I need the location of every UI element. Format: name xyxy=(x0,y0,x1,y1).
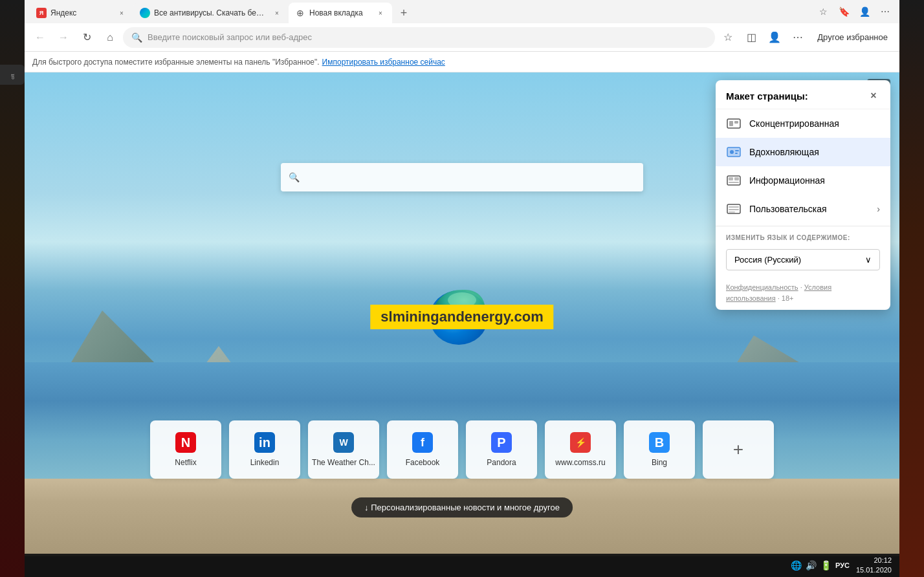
taskbar-time: 20:12 15.01.2020 xyxy=(856,556,892,576)
desktop-left-strip: olt xyxy=(0,0,25,577)
custom-arrow-icon: › xyxy=(877,204,880,214)
weather-icon: W xyxy=(333,432,354,453)
settings-panel-title: Макет страницы: xyxy=(726,91,808,102)
settings-divider xyxy=(716,226,890,226)
favorites-bar-text: Для быстрого доступа поместите избранные… xyxy=(32,58,320,67)
search-icon: 🔍 xyxy=(289,172,300,182)
back-button[interactable]: ← xyxy=(30,27,50,48)
svg-rect-12 xyxy=(734,177,739,180)
language-dropdown[interactable]: Россия (Русский) ∨ xyxy=(726,249,880,270)
quick-link-comss[interactable]: ⚡ www.comss.ru xyxy=(545,420,616,479)
address-search-icon: 🔍 xyxy=(131,32,142,43)
address-bar[interactable]: 🔍 Введите поисковый запрос или веб-адрес xyxy=(123,27,715,48)
toolbar-star[interactable]: ☆ xyxy=(718,27,738,48)
tab-newtab-title: Новая вкладка xyxy=(309,8,371,17)
language-indicator: РУС xyxy=(835,561,850,569)
quick-link-weather[interactable]: W The Weather Ch... xyxy=(308,420,379,479)
svg-rect-3 xyxy=(729,121,733,126)
settings-footer: Конфиденциальность · Условия использован… xyxy=(716,276,890,310)
layout-inspiring[interactable]: Вдохновляющая xyxy=(716,138,890,166)
tab-bar-menu[interactable]: ⋯ xyxy=(876,3,894,21)
custom-label: Пользовательская xyxy=(749,204,827,214)
forward-button[interactable]: → xyxy=(53,27,74,48)
desktop-right-strip xyxy=(899,0,924,577)
netflix-icon: N xyxy=(175,432,196,453)
tab-bar-star[interactable]: ☆ xyxy=(814,3,832,21)
toolbar-right: ☆ ◫ 👤 ⋯ Другое избранное xyxy=(718,27,894,48)
windows-taskbar: 🌐 🔊 🔋 РУС 20:12 15.01.2020 xyxy=(25,554,899,577)
toolbar-collections[interactable]: ◫ xyxy=(741,27,762,48)
focused-label: Сконцентрированная xyxy=(749,118,839,129)
pandora-label: Pandora xyxy=(487,458,516,467)
new-tab-content: 🔍 xyxy=(25,72,899,556)
privacy-link[interactable]: Конфиденциальность xyxy=(726,283,798,291)
inspiring-icon xyxy=(726,144,742,160)
tab-newtab[interactable]: ⊕ Новая вкладка × xyxy=(289,3,392,23)
quick-link-linkedin[interactable]: in Linkedin xyxy=(229,420,300,479)
toolbar-profile[interactable]: 👤 xyxy=(764,27,785,48)
svg-point-7 xyxy=(730,150,734,154)
tab-yandex-close[interactable]: × xyxy=(116,8,127,18)
taskbar-label: olt xyxy=(9,74,15,79)
tab-antivirus-close[interactable]: × xyxy=(272,8,282,18)
quick-link-pandora[interactable]: P Pandora xyxy=(466,420,537,479)
tab-antivirus-title: Все антивирусы. Скачать бесп... xyxy=(154,8,268,17)
tab-yandex[interactable]: Я Яндекс × xyxy=(30,3,133,23)
focused-icon xyxy=(726,116,742,131)
custom-icon xyxy=(726,201,742,217)
favorites-bar: Для быстрого доступа поместите избранные… xyxy=(25,52,899,72)
taskbar-system-icons: 🌐 🔊 🔋 РУС xyxy=(791,560,850,571)
search-input[interactable] xyxy=(305,172,635,182)
tab-bar: Я Яндекс × Все антивирусы. Скачать бесп.… xyxy=(25,0,899,23)
facebook-icon: f xyxy=(412,432,433,453)
tab-antivirus[interactable]: Все антивирусы. Скачать бесп... × xyxy=(133,3,289,23)
tab-bar-collections[interactable]: 🔖 xyxy=(835,3,853,21)
svg-rect-8 xyxy=(735,150,739,151)
yandex-favicon: Я xyxy=(36,8,47,18)
svg-rect-15 xyxy=(729,206,739,208)
refresh-button[interactable]: ↻ xyxy=(76,27,97,48)
toolbar-menu[interactable]: ⋯ xyxy=(787,27,808,48)
home-button[interactable]: ⌂ xyxy=(100,27,120,48)
new-tab-button[interactable]: + xyxy=(395,4,413,22)
inspiring-label: Вдохновляющая xyxy=(749,147,819,157)
battery-icon: 🔋 xyxy=(820,560,831,571)
weather-label: The Weather Ch... xyxy=(312,458,375,467)
facebook-label: Facebook xyxy=(406,458,440,467)
linkedin-icon: in xyxy=(254,432,275,453)
quick-links: N Netflix in Linkedin W The Weather Ch..… xyxy=(150,420,774,479)
informational-label: Информационная xyxy=(749,175,825,186)
linkedin-label: Linkedin xyxy=(250,458,280,467)
bing-label: Bing xyxy=(652,458,667,467)
language-selected: Россия (Русский) xyxy=(734,255,801,265)
favorites-button[interactable]: Другое избранное xyxy=(811,27,894,48)
informational-icon xyxy=(726,173,742,188)
language-section-label: ИЗМЕНИТЬ ЯЗЫК И СОДЕРЖИМОЕ: xyxy=(716,229,890,244)
bottom-news-bar[interactable]: ↓ Персонализированные новости и многое д… xyxy=(351,497,573,517)
volume-icon: 🔊 xyxy=(806,560,817,571)
tab-bar-profile[interactable]: 👤 xyxy=(855,3,874,21)
svg-rect-16 xyxy=(729,209,739,210)
layout-focused[interactable]: Сконцентрированная xyxy=(716,109,890,138)
dropdown-chevron-icon: ∨ xyxy=(865,255,872,265)
quick-link-bing[interactable]: B Bing xyxy=(624,420,695,479)
bing-icon: B xyxy=(649,432,670,453)
watermark: slminingandenergy.com xyxy=(370,305,553,329)
settings-panel: Макет страницы: × Сконцентрированная xyxy=(716,80,890,310)
layout-custom[interactable]: Пользовательская › xyxy=(716,195,890,223)
quick-link-netflix[interactable]: N Netflix xyxy=(150,420,221,479)
tab-newtab-close[interactable]: × xyxy=(375,8,386,18)
netflix-label: Netflix xyxy=(175,458,196,467)
svg-rect-4 xyxy=(734,121,738,124)
tab-yandex-title: Яндекс xyxy=(50,8,113,17)
quick-link-facebook[interactable]: f Facebook xyxy=(387,420,458,479)
quick-link-add[interactable]: + xyxy=(703,420,774,479)
bottom-bar-text: ↓ Персонализированные новости и многое д… xyxy=(364,503,560,512)
settings-panel-close[interactable]: × xyxy=(867,89,880,102)
import-favorites-link[interactable]: Импортировать избранное сейчас xyxy=(322,58,445,67)
svg-rect-9 xyxy=(735,153,738,154)
comss-icon: ⚡ xyxy=(570,432,591,453)
layout-informational[interactable]: Информационная xyxy=(716,166,890,195)
svg-rect-11 xyxy=(729,177,733,180)
pandora-icon: P xyxy=(491,432,512,453)
